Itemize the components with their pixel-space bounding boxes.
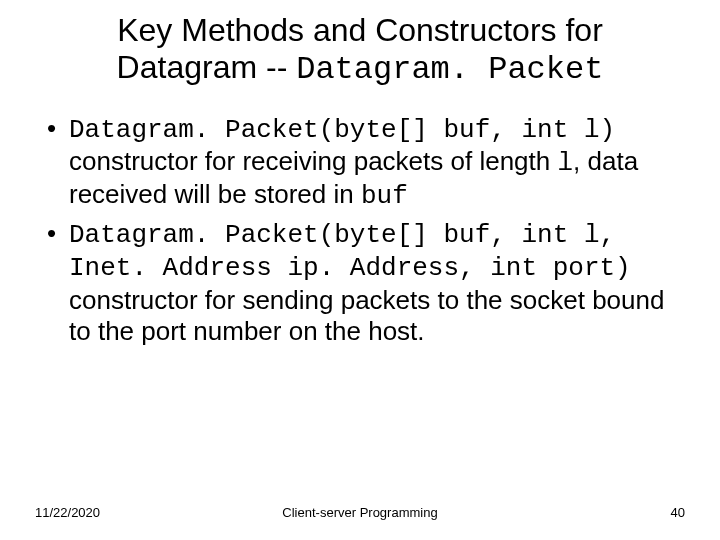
- bullet-list: Datagram. Packet(byte[] buf, int l) cons…: [35, 113, 685, 347]
- code-inline: buf: [361, 181, 408, 211]
- slide-container: Key Methods and Constructors for Datagra…: [0, 0, 720, 540]
- bullet-text: constructor for sending packets to the s…: [69, 285, 664, 346]
- footer-title: Client-server Programming: [282, 505, 437, 520]
- list-item: Datagram. Packet(byte[] buf, int l, Inet…: [53, 218, 685, 347]
- title-line2-prefix: Datagram --: [117, 49, 297, 85]
- bullet-text: constructor for receiving packets of len…: [69, 146, 557, 176]
- title-line1: Key Methods and Constructors for: [117, 12, 603, 48]
- code-signature: Datagram. Packet(byte[] buf, int l, Inet…: [69, 220, 631, 283]
- footer-date: 11/22/2020: [35, 505, 100, 520]
- list-item: Datagram. Packet(byte[] buf, int l) cons…: [53, 113, 685, 213]
- page-title: Key Methods and Constructors for Datagra…: [35, 12, 685, 89]
- footer: 11/22/2020 Client-server Programming 40: [35, 505, 685, 520]
- code-inline: l: [557, 148, 573, 178]
- page-number: 40: [671, 505, 685, 520]
- code-signature: Datagram. Packet(byte[] buf, int l): [69, 115, 615, 145]
- title-line2-code: Datagram. Packet: [296, 51, 603, 88]
